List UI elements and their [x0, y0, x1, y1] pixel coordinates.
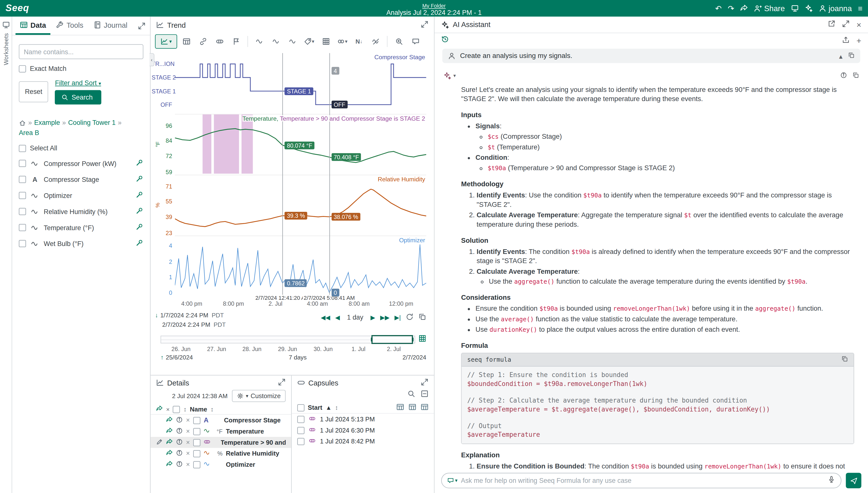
trend-lane[interactable]: Compressor StageTR...IONSTAGE 2STAGE 1OF…: [175, 53, 426, 113]
remove-all-icon[interactable]: ×: [166, 406, 169, 412]
range-end[interactable]: 2/7/2024 2:24 PMPDT: [155, 320, 226, 329]
row-checkbox[interactable]: [297, 427, 305, 434]
details-row[interactable]: × °F Temperature: [150, 426, 291, 437]
signal-list-item[interactable]: Compressor Power (kW): [12, 155, 150, 171]
signal-list-item[interactable]: Wet Bulb (°F): [12, 236, 150, 252]
expand-data-panel-icon[interactable]: [134, 17, 150, 35]
ai-prompt-input[interactable]: [461, 477, 824, 484]
gridlines-button[interactable]: [318, 34, 333, 48]
step-forward-button[interactable]: ▶: [370, 314, 375, 321]
send-to-journal-icon[interactable]: [166, 427, 173, 435]
row-checkbox[interactable]: [297, 438, 305, 445]
row-checkbox[interactable]: [193, 417, 200, 424]
breadcrumb-example[interactable]: Example: [34, 119, 60, 127]
hamburger-menu-icon[interactable]: ≡: [858, 4, 862, 13]
reset-button[interactable]: Reset: [19, 81, 48, 102]
sort-icon[interactable]: ↕: [183, 406, 186, 412]
one-lane-button[interactable]: [252, 34, 267, 48]
zoom-button[interactable]: [391, 34, 406, 48]
link-button[interactable]: [196, 34, 210, 48]
trend-plot-area[interactable]: Compressor StageTR...IONSTAGE 2STAGE 1OF…: [175, 53, 426, 295]
mic-icon[interactable]: [828, 476, 835, 486]
send-to-journal-icon[interactable]: [166, 416, 173, 424]
range-start[interactable]: ↓1/7/2024 2:24 PMPDT: [155, 310, 226, 320]
duration-label[interactable]: 1 day: [347, 314, 363, 321]
investigate-span[interactable]: 7 days: [193, 354, 403, 361]
row-checkbox[interactable]: [193, 461, 200, 468]
info-icon[interactable]: [176, 416, 183, 424]
capsules-select-all-checkbox[interactable]: [297, 404, 305, 411]
new-chat-icon[interactable]: +: [856, 36, 862, 45]
capsules-search-icon[interactable]: [407, 390, 415, 400]
details-row[interactable]: × Optimizer: [150, 459, 291, 470]
expand-details-icon[interactable]: [278, 378, 286, 387]
forward-icon[interactable]: [740, 4, 748, 12]
collapse-panel-chevron[interactable]: ‹: [149, 53, 155, 66]
labels-button[interactable]: ▾: [302, 34, 317, 48]
copy-response-icon[interactable]: [852, 71, 859, 81]
row-checkbox[interactable]: [193, 450, 200, 457]
copy-formula-icon[interactable]: [842, 356, 848, 364]
my-folder-link[interactable]: My Folder: [422, 2, 446, 9]
chart-type-button[interactable]: ▾: [155, 34, 177, 48]
info-icon[interactable]: [176, 450, 183, 457]
exact-match-checkbox[interactable]: [19, 65, 26, 72]
autoscale-button[interactable]: [285, 34, 300, 48]
signal-checkbox[interactable]: [19, 192, 26, 199]
signal-list-item[interactable]: Optimizer: [12, 188, 150, 203]
info-icon[interactable]: [176, 460, 183, 468]
pin-icon[interactable]: [136, 159, 143, 168]
close-ai-icon[interactable]: ×: [856, 20, 862, 29]
filter-and-sort-link[interactable]: Filter and Sort ▾: [55, 79, 101, 87]
user-message[interactable]: Create an analysis using my signals. ▴: [442, 48, 860, 63]
user-menu[interactable]: joanna: [819, 4, 852, 13]
capsule-row[interactable]: 1 Jul 2024 8:42 PM: [291, 436, 434, 447]
details-row[interactable]: × Temperature > 90 and Compressor Stage …: [150, 437, 291, 448]
presentation-mode-icon[interactable]: [791, 4, 799, 12]
remove-icon[interactable]: ×: [186, 416, 190, 424]
copy-range-button[interactable]: [418, 313, 426, 322]
row-checkbox[interactable]: [297, 415, 305, 423]
signal-checkbox[interactable]: [19, 240, 26, 247]
remove-icon[interactable]: ×: [186, 427, 190, 435]
undo-icon[interactable]: ↶: [715, 4, 722, 13]
collapse-message-icon[interactable]: ▴: [839, 52, 843, 60]
signal-list-item[interactable]: A Compressor Stage: [12, 171, 150, 188]
pin-icon[interactable]: [136, 175, 143, 184]
timeline-capsule-icon[interactable]: [418, 335, 426, 344]
number-format-button[interactable]: N↓: [351, 34, 366, 48]
customize-button[interactable]: ▾Customize: [232, 390, 286, 402]
send-button[interactable]: [846, 473, 861, 488]
send-to-journal-icon[interactable]: [166, 460, 173, 468]
name-search-input[interactable]: [19, 44, 143, 59]
expand-capsules-icon[interactable]: [421, 378, 428, 387]
signal-list-item[interactable]: Temperature (°F): [12, 219, 150, 236]
tab-journal[interactable]: Journal: [89, 17, 132, 35]
pin-icon[interactable]: [136, 239, 143, 248]
row-checkbox[interactable]: [193, 428, 200, 435]
search-button[interactable]: Search: [55, 90, 101, 105]
data-table-button[interactable]: [179, 34, 194, 48]
trend-lane[interactable]: Optimizer42100.78620: [175, 236, 426, 295]
export-chat-icon[interactable]: [842, 36, 850, 45]
send-to-journal-icon[interactable]: [166, 450, 173, 457]
pin-icon[interactable]: [136, 223, 143, 232]
signal-checkbox[interactable]: [19, 208, 26, 215]
trend-lane[interactable]: Relative Humidity71553923%39.3 %38.076 %: [175, 175, 426, 234]
column-config-icon[interactable]: [396, 403, 404, 412]
start-column-header[interactable]: Start: [308, 404, 322, 411]
breadcrumb-area-b[interactable]: Area B: [19, 129, 39, 136]
capsule-row[interactable]: 1 Jul 2024 6:30 PM: [291, 425, 434, 436]
jump-start-button[interactable]: ◀◀: [321, 314, 330, 321]
name-column-header[interactable]: Name: [190, 406, 207, 412]
info-icon[interactable]: [176, 427, 183, 435]
share-button[interactable]: Share: [754, 4, 785, 13]
signal-checkbox[interactable]: [19, 160, 26, 167]
tab-tools[interactable]: Tools: [52, 17, 88, 35]
open-in-new-icon[interactable]: [828, 20, 835, 29]
pin-icon[interactable]: [136, 191, 143, 200]
expand-trend-icon[interactable]: [421, 20, 428, 29]
info-icon[interactable]: [176, 438, 183, 446]
comment-button[interactable]: [408, 34, 423, 48]
details-row[interactable]: × % Relative Humidity: [150, 448, 291, 459]
